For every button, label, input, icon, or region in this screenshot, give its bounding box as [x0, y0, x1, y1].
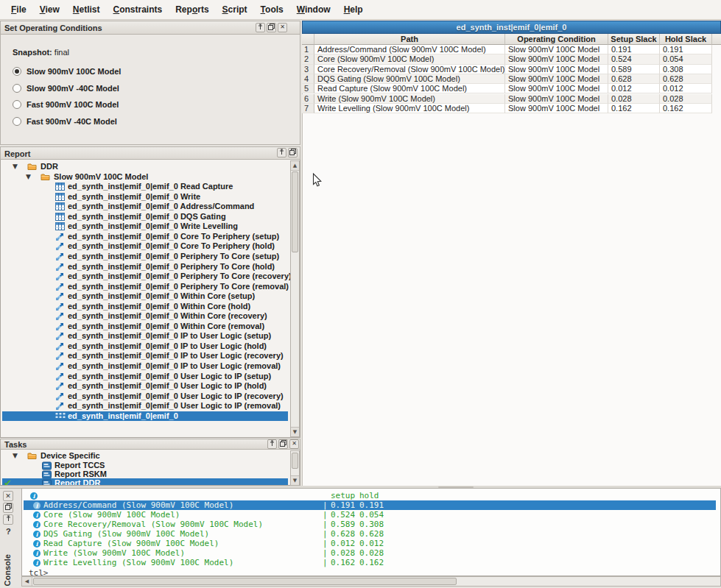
table-header-setup-slack[interactable]: Setup Slack	[608, 34, 660, 45]
expander-icon[interactable]: ▼	[26, 172, 31, 182]
close-icon[interactable]: ✕	[289, 439, 299, 449]
console-line[interactable]: iAddress/Command (Slow 900mV 100C Model)…	[22, 500, 720, 510]
tree-item[interactable]: ed_synth_inst|emif_0|emif_0 User Logic t…	[2, 381, 288, 392]
menu-reports[interactable]: Reports	[169, 1, 215, 18]
radio-button[interactable]	[13, 84, 21, 93]
tree-item[interactable]: ed_synth_inst|emif_0|emif_0 Within Core …	[2, 311, 288, 322]
restore-icon[interactable]	[288, 148, 298, 157]
tree-item[interactable]: ▼Device Specific	[2, 451, 288, 461]
info-icon: i	[33, 531, 41, 538]
scrollbar-thumb[interactable]	[33, 578, 457, 585]
tree-item[interactable]: ▼Slow 900mV 100C Model	[2, 172, 288, 183]
report-tree: ▼DDR▼Slow 900mV 100C Modeled_synth_inst|…	[0, 160, 300, 438]
pin-icon[interactable]	[277, 148, 286, 157]
table-row[interactable]: 5Read Capture (Slow 900mV 100C Model)Slo…	[302, 84, 712, 93]
menu-view[interactable]: View	[33, 1, 66, 18]
tree-item[interactable]: ed_synth_inst|emif_0|emif_0	[2, 411, 288, 422]
tree-item[interactable]: ed_synth_inst|emif_0|emif_0 Periphery To…	[2, 272, 288, 282]
menu-window[interactable]: Window	[290, 1, 337, 18]
condition-option-4[interactable]: Fast 900mV -40C Model	[13, 116, 117, 127]
menu-script[interactable]: Script	[216, 1, 254, 18]
table-header-path[interactable]: Path	[314, 34, 505, 45]
tree-item[interactable]: ed_synth_inst|emif_0|emif_0 Periphery To…	[2, 252, 288, 262]
console-prompt-line[interactable]: tcl>	[22, 568, 720, 576]
expander-icon[interactable]: ▼	[13, 162, 18, 171]
tree-item[interactable]: ed_synth_inst|emif_0|emif_0 User Logic t…	[2, 401, 288, 411]
tree-item[interactable]: ed_synth_inst|emif_0|emif_0 Core To Peri…	[2, 232, 288, 242]
operating-conditions-panel: Snapshot: final Slow 900mV 100C ModelSlo…	[0, 35, 300, 145]
tree-item-label: Report DDR	[54, 478, 100, 486]
table-header-operating-condition[interactable]: Operating Condition	[505, 34, 608, 45]
console-tab[interactable]: Console	[3, 554, 12, 586]
table-row[interactable]: 4DQS Gating (Slow 900mV 100C Model)Slow …	[302, 74, 712, 84]
console-line[interactable]: iCore (Slow 900mV 100C Model)|0.5240.054	[22, 510, 720, 520]
table-row[interactable]: 1Address/Command (Slow 900mV 100C Model)…	[302, 45, 712, 54]
restore-icon[interactable]	[3, 503, 13, 513]
tree-item[interactable]: ed_synth_inst|emif_0|emif_0 Write	[2, 192, 288, 202]
tree-item[interactable]: ed_synth_inst|emif_0|emif_0 IP to User L…	[2, 341, 288, 352]
radio-button[interactable]	[13, 117, 21, 126]
tree-item[interactable]: Report DDR	[2, 478, 288, 486]
tree-item[interactable]: ed_synth_inst|emif_0|emif_0 IP to User L…	[2, 331, 288, 341]
pin-icon[interactable]	[267, 439, 277, 449]
tree-item[interactable]: ed_synth_inst|emif_0|emif_0 User Logic t…	[2, 372, 288, 382]
tree-item[interactable]: ed_synth_inst|emif_0|emif_0 Within Core …	[2, 322, 288, 332]
tree-item[interactable]: ed_synth_inst|emif_0|emif_0 Periphery To…	[2, 262, 288, 272]
table-row[interactable]: 2Core (Slow 900mV 100C Model)Slow 900mV …	[302, 54, 712, 64]
menu-help[interactable]: Help	[337, 1, 370, 18]
tree-item[interactable]: ed_synth_inst|emif_0|emif_0 Within Core …	[2, 291, 288, 302]
tree-item[interactable]: ed_synth_inst|emif_0|emif_0 Within Core …	[2, 302, 288, 312]
console-line[interactable]: iWrite Levelling (Slow 900mV 100C Model)…	[22, 558, 720, 567]
timing-path-icon	[55, 272, 64, 281]
table-header-hold-slack[interactable]: Hold Slack	[660, 34, 712, 45]
console-line[interactable]: iWrite (Slow 900mV 100C Model)|0.0280.02…	[22, 548, 720, 558]
table-cell: Write Levelling (Slow 900mV 100C Model)	[314, 104, 505, 113]
report-table-icon	[55, 213, 65, 221]
console-line[interactable]: iDQS Gating (Slow 900mV 100C Model)|0.62…	[22, 529, 720, 539]
scrollbar-thumb[interactable]	[292, 171, 298, 252]
console-line-text: DQS Gating (Slow 900mV 100C Model)	[43, 529, 209, 539]
radio-button-selected[interactable]	[13, 67, 21, 76]
scroll-down-icon[interactable]: ▼	[291, 427, 299, 436]
tree-item[interactable]: ed_synth_inst|emif_0|emif_0 Core To Peri…	[2, 241, 288, 252]
tree-item[interactable]: ed_synth_inst|emif_0|emif_0 IP to User L…	[2, 351, 288, 361]
table-row[interactable]: 3Core Recovery/Removal (Slow 900mV 100C …	[302, 65, 712, 74]
radio-button[interactable]	[13, 100, 21, 109]
console-line[interactable]: iCore Recovery/Removal (Slow 900mV 100C …	[22, 520, 720, 529]
console-hscrollbar[interactable]: ◀	[21, 576, 721, 587]
tree-item[interactable]: ed_synth_inst|emif_0|emif_0 DQS Gating	[2, 212, 288, 222]
tree-item[interactable]: ed_synth_inst|emif_0|emif_0 IP to User L…	[2, 361, 288, 372]
console-line[interactable]: iRead Capture (Slow 900mV 100C Model)|0.…	[22, 539, 720, 548]
close-icon[interactable]: ✕	[278, 23, 287, 32]
pin-icon[interactable]	[3, 514, 13, 525]
console-output[interactable]: isetupholdiAddress/Command (Slow 900mV 1…	[21, 488, 721, 576]
scrollbar-thumb[interactable]	[292, 453, 298, 469]
restore-icon[interactable]	[267, 23, 276, 32]
scroll-down-icon[interactable]: ▼	[291, 475, 299, 485]
tasks-scrollbar[interactable]: ▼	[290, 450, 300, 486]
table-row[interactable]: 7Write Levelling (Slow 900mV 100C Model)…	[302, 104, 712, 113]
menu-file[interactable]: File	[4, 1, 33, 18]
help-icon[interactable]: ?	[6, 527, 11, 536]
menu-constraints[interactable]: Constraints	[107, 1, 169, 18]
tree-item[interactable]: ▼DDR	[2, 162, 288, 172]
tree-item[interactable]: ed_synth_inst|emif_0|emif_0 Periphery To…	[2, 282, 288, 292]
close-icon[interactable]: ✕	[3, 491, 13, 501]
tree-item[interactable]: ed_synth_inst|emif_0|emif_0 User Logic t…	[2, 392, 288, 402]
condition-option-3[interactable]: Fast 900mV 100C Model	[13, 99, 119, 110]
report-scrollbar[interactable]: ▲ ▼	[290, 160, 300, 437]
tree-item-label: ed_synth_inst|emif_0|emif_0 IP to User L…	[68, 341, 267, 352]
expander-icon[interactable]: ▼	[13, 451, 18, 461]
scroll-up-icon[interactable]: ▲	[291, 161, 299, 171]
table-row[interactable]: 6Write (Slow 900mV 100C Model)Slow 900mV…	[302, 94, 712, 104]
restore-icon[interactable]	[278, 439, 288, 449]
menu-netlist[interactable]: Netlist	[66, 1, 107, 18]
pin-icon[interactable]	[256, 23, 265, 32]
scroll-left-icon[interactable]: ◀	[22, 577, 32, 586]
menu-tools[interactable]: Tools	[254, 1, 290, 18]
condition-option-1[interactable]: Slow 900mV 100C Model	[13, 66, 121, 77]
condition-option-2[interactable]: Slow 900mV -40C Model	[13, 83, 119, 93]
tree-item[interactable]: ed_synth_inst|emif_0|emif_0 Write Levell…	[2, 222, 288, 232]
tree-item[interactable]: ed_synth_inst|emif_0|emif_0 Address/Comm…	[2, 202, 288, 212]
tree-item[interactable]: ed_synth_inst|emif_0|emif_0 Read Capture	[2, 182, 288, 192]
